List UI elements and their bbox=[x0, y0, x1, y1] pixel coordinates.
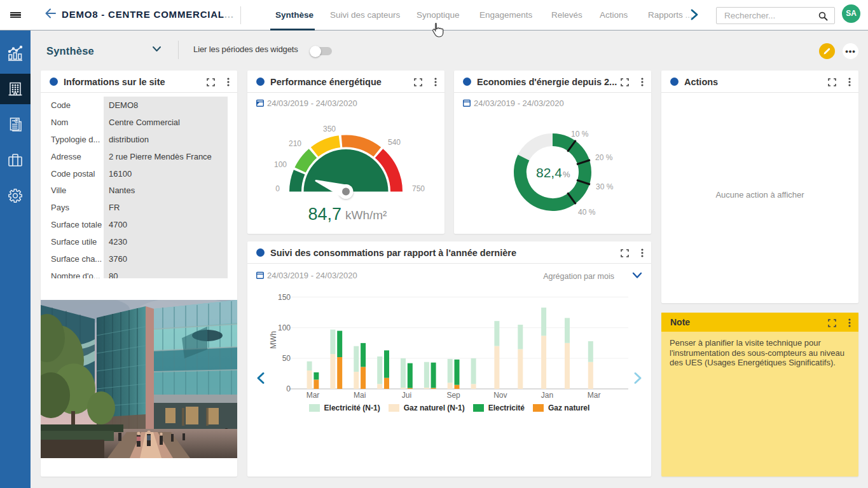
svg-text:%: % bbox=[563, 170, 570, 179]
svg-text:Sep: Sep bbox=[446, 391, 460, 400]
svg-text:Mar: Mar bbox=[588, 391, 601, 400]
svg-text:0: 0 bbox=[286, 384, 291, 393]
svg-text:210: 210 bbox=[289, 139, 301, 148]
svg-text:Nov: Nov bbox=[493, 391, 507, 400]
svg-text:30 %: 30 % bbox=[596, 182, 614, 191]
svg-text:MWh: MWh bbox=[269, 331, 278, 349]
svg-text:Jui: Jui bbox=[402, 391, 411, 400]
svg-text:540: 540 bbox=[388, 138, 401, 147]
svg-text:10 %: 10 % bbox=[571, 130, 589, 139]
svg-text:Jan: Jan bbox=[541, 391, 553, 400]
svg-text:50: 50 bbox=[282, 354, 291, 363]
svg-text:kWh/m²: kWh/m² bbox=[345, 208, 387, 222]
svg-text:0: 0 bbox=[275, 184, 280, 193]
svg-text:40 %: 40 % bbox=[578, 208, 596, 217]
svg-text:350: 350 bbox=[323, 125, 336, 133]
svg-text:82,4: 82,4 bbox=[536, 165, 562, 180]
svg-text:100: 100 bbox=[274, 160, 287, 169]
svg-text:20 %: 20 % bbox=[595, 153, 613, 162]
svg-text:750: 750 bbox=[412, 184, 425, 193]
svg-text:Mai: Mai bbox=[354, 391, 366, 400]
svg-text:Mar: Mar bbox=[307, 391, 320, 400]
svg-text:84,7: 84,7 bbox=[308, 205, 341, 224]
svg-text:150: 150 bbox=[278, 293, 291, 302]
svg-text:100: 100 bbox=[278, 323, 291, 332]
